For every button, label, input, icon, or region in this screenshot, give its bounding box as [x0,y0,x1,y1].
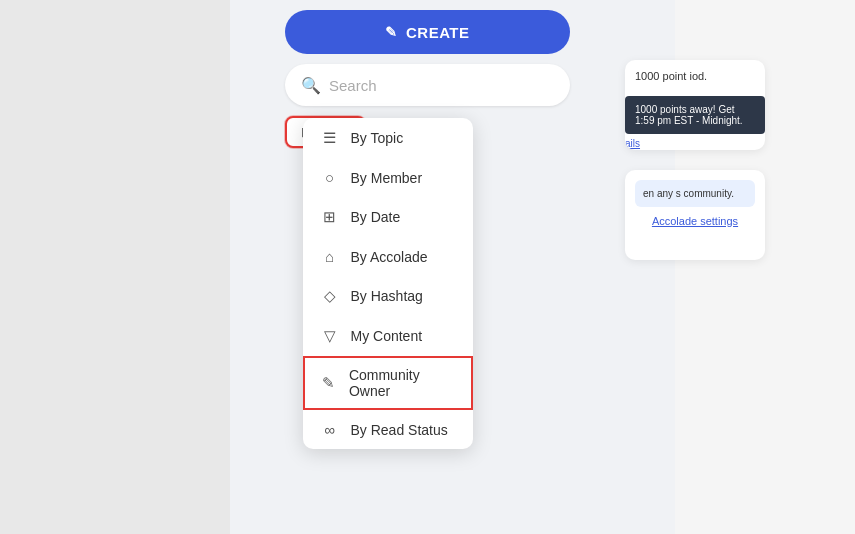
bg-card-1-dark: 1000 points away! Get 1:59 pm EST - Midn… [625,96,765,134]
create-label: CREATE [406,24,470,41]
by-date-label: By Date [351,209,401,225]
bg-left-panel [0,0,230,534]
accolade-settings-link[interactable]: Accolade settings [635,215,755,227]
filter-dropdown: ☰By Topic○By Member⊞By Date⌂By Accolade◇… [303,118,473,449]
by-read-status-label: By Read Status [351,422,448,438]
search-bar[interactable]: 🔍 Search [285,64,570,106]
bg-card-1-link[interactable]: ails [625,138,765,149]
dropdown-item-community-owner[interactable]: ✎Community Owner [303,356,473,410]
by-member-label: By Member [351,170,423,186]
by-topic-icon: ☰ [321,129,339,147]
dropdown-item-by-read-status[interactable]: ∞By Read Status [303,410,473,449]
community-owner-icon: ✎ [321,374,337,392]
by-accolade-label: By Accolade [351,249,428,265]
bg-card-1: 1000 point iod. 1000 points away! Get 1:… [625,60,765,150]
create-button[interactable]: ✎ CREATE [285,10,570,54]
edit-icon: ✎ [385,24,398,40]
my-content-label: My Content [351,328,423,344]
dropdown-item-by-topic[interactable]: ☰By Topic [303,118,473,158]
by-accolade-icon: ⌂ [321,248,339,265]
community-owner-label: Community Owner [349,367,455,399]
my-content-icon: ▽ [321,327,339,345]
by-member-icon: ○ [321,169,339,186]
by-read-status-icon: ∞ [321,421,339,438]
dropdown-item-by-hashtag[interactable]: ◇By Hashtag [303,276,473,316]
by-topic-label: By Topic [351,130,404,146]
by-hashtag-icon: ◇ [321,287,339,305]
bg-card-1-text: 1000 point iod. [625,60,765,92]
page-container: 1000 point iod. 1000 points away! Get 1:… [0,0,855,534]
dropdown-item-by-accolade[interactable]: ⌂By Accolade [303,237,473,276]
by-hashtag-label: By Hashtag [351,288,423,304]
dropdown-item-my-content[interactable]: ▽My Content [303,316,473,356]
center-panel: ✎ CREATE 🔍 Search ⊞ Filter ⇄ Sort ☰By To… [273,10,583,148]
dropdown-item-by-member[interactable]: ○By Member [303,158,473,197]
by-date-icon: ⊞ [321,208,339,226]
bg-card-2-text: en any s community. [635,180,755,207]
dropdown-item-by-date[interactable]: ⊞By Date [303,197,473,237]
search-placeholder: Search [329,77,377,94]
search-icon: 🔍 [301,76,321,95]
bg-card-2: en any s community. Accolade settings [625,170,765,260]
